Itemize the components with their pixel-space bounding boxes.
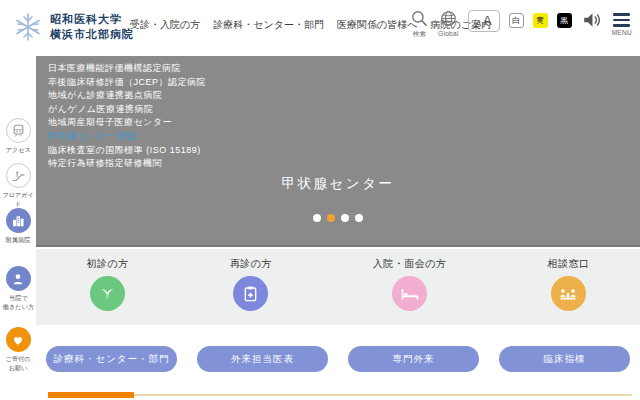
consultation-icon	[551, 276, 586, 311]
section-buttons-row: 診療科・センター・部門 外来担当医表 専門外来 臨床指標	[36, 325, 640, 391]
quick-link-first-visit[interactable]: 初診の方	[86, 257, 128, 311]
quick-link-label: 初診の方	[86, 257, 128, 271]
bed-icon	[392, 276, 427, 311]
menu-label: MENU	[612, 29, 632, 36]
accreditation-item: 特定行為研修指定研修機関	[48, 157, 206, 171]
departments-button[interactable]: 診療科・センター・部門	[46, 346, 177, 372]
train-icon	[6, 118, 31, 143]
logo-line2: 横浜市北部病院	[50, 28, 134, 40]
read-aloud-button[interactable]	[581, 9, 603, 31]
hero-carousel: 日本医療機能評価機構認定病院 卒後臨床研修評価（JCEP）認定病院 地域がん診療…	[36, 56, 640, 247]
sidebar-item-access[interactable]: アクセス	[0, 118, 36, 155]
accreditation-item: 卒後臨床研修評価（JCEP）認定病院	[48, 76, 206, 90]
contrast-white-icon: 白	[509, 13, 524, 28]
carousel-dots	[36, 214, 640, 222]
quick-links-row: 初診の方 再診の方 入院・面会の方	[36, 249, 640, 325]
specialty-outpatient-button[interactable]: 専門外来	[348, 346, 479, 372]
global-label: Global	[438, 30, 459, 37]
staff-person-icon	[6, 266, 31, 291]
carousel-dot-3[interactable]	[341, 214, 349, 222]
sidebar-item-label: アクセス	[5, 146, 30, 154]
logo-line1: 昭和医科大学	[50, 13, 122, 25]
site-logo[interactable]: 昭和医科大学 横浜市北部病院	[12, 11, 134, 43]
accreditation-item: 臨床検査室の国際標準 (ISO 15189)	[48, 144, 206, 158]
speaker-icon	[581, 9, 603, 31]
quick-link-label: 相談窓口	[547, 257, 589, 271]
heart-icon	[6, 327, 31, 352]
search-label: 検索	[413, 30, 427, 39]
outpatient-schedule-button[interactable]: 外来担当医表	[197, 346, 328, 372]
search-button[interactable]: 検索	[410, 9, 429, 39]
carousel-dot-2-active[interactable]	[327, 214, 335, 222]
carousel-dot-4[interactable]	[355, 214, 363, 222]
sidebar-item-label-line2: 働きたい方	[2, 303, 33, 310]
sidebar-item-recruit[interactable]: 当院で 働きたい方	[0, 266, 36, 312]
header-utilities: 検索 Global A A	[410, 9, 632, 39]
accreditation-link[interactable]: 甲状腺センター 開設	[48, 130, 206, 144]
font-size-toggle[interactable]: A A	[468, 9, 500, 32]
hospital-building-icon	[6, 208, 31, 233]
quick-link-inpatient-visitors[interactable]: 入院・面会の方	[373, 257, 447, 311]
page-root: 昭和医科大学 横浜市北部病院 受診・入院の方 診療科・センター・部門 医療関係の…	[0, 0, 640, 400]
accreditation-item: 日本医療機能評価機構認定病院	[48, 62, 206, 76]
search-icon	[410, 9, 429, 28]
accreditation-item: がんゲノム医療連携病院	[48, 103, 206, 117]
sidebar-item-affiliated-hospitals[interactable]: 附属病院	[0, 208, 36, 245]
accreditation-item: 地域周産期母子医療センター	[48, 116, 206, 130]
quick-link-label: 入院・面会の方	[373, 257, 447, 271]
sidebar-item-label-line2: お願い	[9, 364, 28, 371]
font-size-small-label: A	[476, 19, 481, 28]
menu-button[interactable]: MENU	[612, 9, 632, 36]
carousel-dot-1[interactable]	[313, 214, 321, 222]
escalator-icon	[6, 163, 31, 188]
slide-title: 甲状腺センター	[36, 175, 640, 193]
sidebar-item-donation[interactable]: ご寄付の お願い	[0, 327, 36, 373]
sidebar-item-label-line1: ご寄付の	[6, 355, 31, 362]
sidebar-item-label: ご寄付の お願い	[6, 355, 31, 372]
quick-link-return-visit[interactable]: 再診の方	[230, 257, 272, 311]
logo-snowflake-icon	[12, 11, 44, 43]
quick-link-consultation[interactable]: 相談窓口	[547, 257, 589, 311]
beginner-mark-icon	[90, 276, 125, 311]
nav-item-departments[interactable]: 診療科・センター・部門	[213, 18, 324, 32]
globe-icon	[439, 9, 458, 28]
contrast-black-button[interactable]: 黒	[557, 9, 572, 28]
section-divider-line	[48, 394, 632, 396]
accreditation-list: 日本医療機能評価機構認定病院 卒後臨床研修評価（JCEP）認定病院 地域がん診療…	[48, 62, 206, 171]
sidebar-item-label: 附属病院	[6, 236, 31, 244]
sidebar-item-label: フロアガイド	[1, 191, 35, 208]
clinical-indicators-button[interactable]: 臨床指標	[499, 346, 630, 372]
sidebar: アクセス フロアガイド	[0, 56, 36, 400]
global-button[interactable]: Global	[438, 9, 459, 37]
contrast-white-button[interactable]: 白	[509, 9, 524, 28]
font-size-icon: A A	[468, 10, 500, 32]
font-size-large-label: A	[483, 13, 492, 28]
contrast-yellow-button[interactable]: 黄	[533, 9, 548, 28]
site-header: 昭和医科大学 横浜市北部病院 受診・入院の方 診療科・センター・部門 医療関係の…	[0, 0, 640, 56]
clipboard-icon	[233, 276, 268, 311]
nav-item-medical-professionals[interactable]: 医療関係の皆様へ	[337, 18, 417, 32]
nav-item-visitors[interactable]: 受診・入院の方	[130, 18, 200, 32]
sidebar-item-label: 当院で 働きたい方	[2, 294, 33, 311]
contrast-black-icon: 黒	[557, 13, 572, 28]
accreditation-item: 地域がん診療連携拠点病院	[48, 89, 206, 103]
sidebar-item-floor-guide[interactable]: フロアガイド	[0, 163, 36, 209]
contrast-yellow-icon: 黄	[533, 13, 548, 28]
active-tab-indicator	[48, 392, 134, 398]
hamburger-icon	[613, 13, 630, 27]
sidebar-item-label-line1: 当院で	[9, 294, 28, 301]
logo-text: 昭和医科大学 横浜市北部病院	[50, 12, 134, 43]
quick-link-label: 再診の方	[230, 257, 272, 271]
